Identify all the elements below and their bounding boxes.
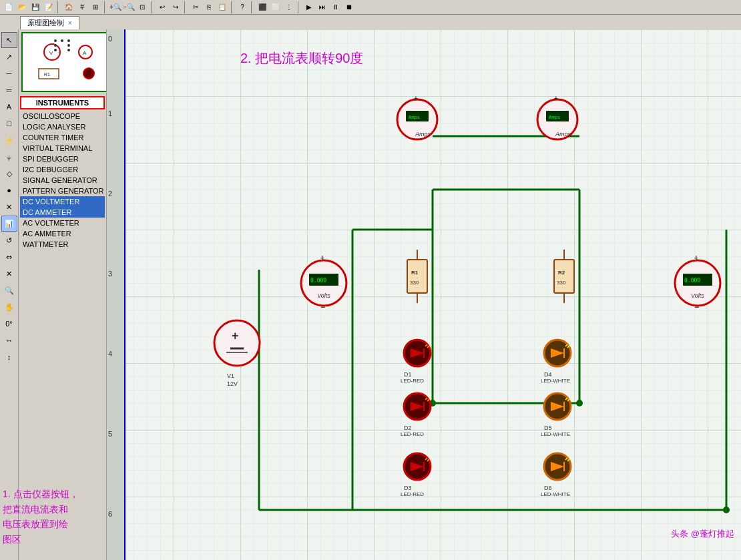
instrument-item-6[interactable]: SIGNAL GENERATOR	[20, 175, 105, 186]
resistor-r2[interactable]: R2 330	[547, 250, 581, 304]
ruler-1: 1	[108, 109, 112, 117]
d2-type: LED-RED	[401, 431, 424, 437]
schematic-tab[interactable]: 原理图绘制 ×	[20, 16, 79, 29]
zoom-tool[interactable]: 🔍	[1, 282, 17, 298]
d5-type: LED-WHITE	[541, 431, 570, 437]
align-left-button[interactable]: ⬛	[256, 1, 268, 13]
battery-svg: +	[210, 316, 264, 370]
battery-v1[interactable]: + V1 12V	[210, 316, 264, 370]
instrument-item-11[interactable]: AC AMMETER	[20, 228, 105, 239]
d5-label: D5	[544, 425, 552, 431]
home-button[interactable]: 🏠	[63, 1, 75, 13]
left-tools: ↖ ↗ ─ ═ A □ ⚡ ⏚ ◇ ● ✕ 📊 ↺ ⇔ ✕ 🔍 ✋ 0° ↔ ↕	[0, 29, 19, 560]
align-right-button[interactable]: ⬜	[270, 1, 282, 13]
svg-text:Amps: Amps	[549, 115, 560, 120]
voltmeter1-svg: 0.000 Volts	[297, 256, 350, 310]
led-d1[interactable]: D1 LED-RED	[401, 336, 434, 371]
ammeter1-svg: Amps Amps	[394, 96, 441, 143]
snap-button[interactable]: ⊞	[89, 1, 101, 13]
led-d2[interactable]: D2 LED-RED	[401, 390, 434, 425]
angle-tool[interactable]: 0°	[1, 316, 17, 332]
port-tool[interactable]: ◇	[1, 166, 17, 182]
instrument-item-9[interactable]: DC AMMETER	[20, 207, 105, 218]
zoom-fit-button[interactable]: ⊡	[136, 1, 148, 13]
paste-button[interactable]: 📋	[216, 1, 228, 13]
voltmeter2[interactable]: 0.000 Volts + −	[671, 256, 724, 310]
delete-tool[interactable]: ✕	[1, 266, 17, 282]
instrument-item-4[interactable]: SPI DEBUGGER	[20, 154, 105, 164]
cut-button[interactable]: ✂	[190, 1, 202, 13]
redo-button[interactable]: ↪	[170, 1, 182, 13]
instrument-item-2[interactable]: COUNTER TIMER	[20, 132, 105, 143]
svg-text:330: 330	[557, 280, 566, 286]
instrument-item-7[interactable]: PATTERN GENERATOR	[20, 186, 105, 196]
battery-label: V1	[227, 372, 234, 379]
canvas-area[interactable]: 0 1 2 3 4 5 6 2. 把电流表顺转90度	[107, 29, 741, 560]
run-button[interactable]: ▶	[303, 1, 315, 13]
component-tool[interactable]: □	[1, 115, 17, 131]
expand-tool[interactable]: ↔	[1, 332, 17, 348]
pan-tool[interactable]: ✋	[1, 299, 17, 315]
battery-value: 12V	[227, 380, 238, 387]
stop-button[interactable]: ⏹	[343, 1, 355, 13]
save-button[interactable]: 💾	[29, 1, 41, 13]
resistor-r1[interactable]: R1 330	[401, 250, 434, 304]
ammeter1[interactable]: Amps Amps +	[394, 96, 441, 143]
undo-button[interactable]: ↩	[156, 1, 168, 13]
save-as-button[interactable]: 📝	[43, 1, 55, 13]
instruments-tool[interactable]: 📊	[1, 216, 17, 232]
rotate-tool[interactable]: ↺	[1, 232, 17, 248]
d1-type: LED-RED	[401, 378, 424, 384]
zoom-in-button[interactable]: +🔍	[109, 1, 121, 13]
instruction-line3: 电压表放置到绘	[19, 519, 68, 529]
svg-text:Volts: Volts	[317, 292, 330, 299]
zoom-out-button[interactable]: −🔍	[123, 1, 135, 13]
distribute-button[interactable]: ⋮	[283, 1, 295, 13]
sep2	[104, 1, 107, 13]
ruler-3: 3	[108, 270, 112, 278]
no-connect-tool[interactable]: ✕	[1, 199, 17, 215]
svg-text:R2: R2	[558, 270, 565, 276]
ruler-6: 6	[108, 510, 112, 518]
instrument-item-3[interactable]: VIRTUAL TERMINAL	[20, 143, 105, 154]
led-d6[interactable]: D6 LED-WHITE	[541, 450, 574, 485]
label-tool[interactable]: A	[1, 99, 17, 115]
d6-svg	[541, 450, 574, 483]
wire-tool[interactable]: ─	[1, 65, 17, 81]
junction-tool[interactable]: ●	[1, 182, 17, 198]
instrument-item-12[interactable]: WATTMETER	[20, 239, 105, 250]
instrument-item-0[interactable]: OSCILLOSCOPE	[20, 111, 105, 121]
ruler-0: 0	[108, 35, 112, 43]
instrument-item-1[interactable]: LOGIC ANALYSER	[20, 121, 105, 132]
tab-close-icon[interactable]: ×	[68, 19, 72, 27]
led-d3[interactable]: D3 LED-RED	[401, 450, 434, 485]
instrument-item-5[interactable]: I2C DEBUGGER	[20, 164, 105, 175]
voltmeter1[interactable]: 0.000 Volts + −	[297, 256, 350, 310]
copy-button[interactable]: ⎘	[203, 1, 215, 13]
bus-tool[interactable]: ═	[1, 82, 17, 98]
mirror-tool[interactable]: ⇔	[1, 249, 17, 265]
led-d4[interactable]: D4 LED-WHITE	[541, 336, 574, 371]
help-button[interactable]: ?	[236, 1, 248, 13]
new-button[interactable]: 📄	[3, 1, 15, 13]
collapse-tool[interactable]: ↕	[1, 349, 17, 365]
instrument-item-8[interactable]: DC VOLTMETER	[20, 196, 105, 207]
preview-area: V A R1	[21, 32, 106, 92]
svg-text:0.000: 0.000	[684, 278, 700, 284]
pointer-tool[interactable]: ↗	[1, 49, 17, 65]
instrument-item-10[interactable]: AC VOLTMETER	[20, 218, 105, 228]
ammeter2[interactable]: Amps Amps +	[534, 96, 581, 143]
pause-button[interactable]: ⏸	[330, 1, 342, 13]
svg-text:R1: R1	[44, 72, 50, 77]
d6-label: D6	[544, 485, 552, 491]
led-d5[interactable]: D5 LED-WHITE	[541, 390, 574, 425]
ground-tool[interactable]: ⏚	[1, 149, 17, 165]
power-tool[interactable]: ⚡	[1, 132, 17, 148]
step-button[interactable]: ⏭	[316, 1, 328, 13]
select-tool[interactable]: ↖	[1, 32, 17, 48]
sep3	[151, 1, 154, 13]
open-button[interactable]: 📂	[16, 1, 28, 13]
sep7	[298, 1, 300, 13]
sep1	[57, 1, 60, 13]
grid-button[interactable]: #	[76, 1, 88, 13]
